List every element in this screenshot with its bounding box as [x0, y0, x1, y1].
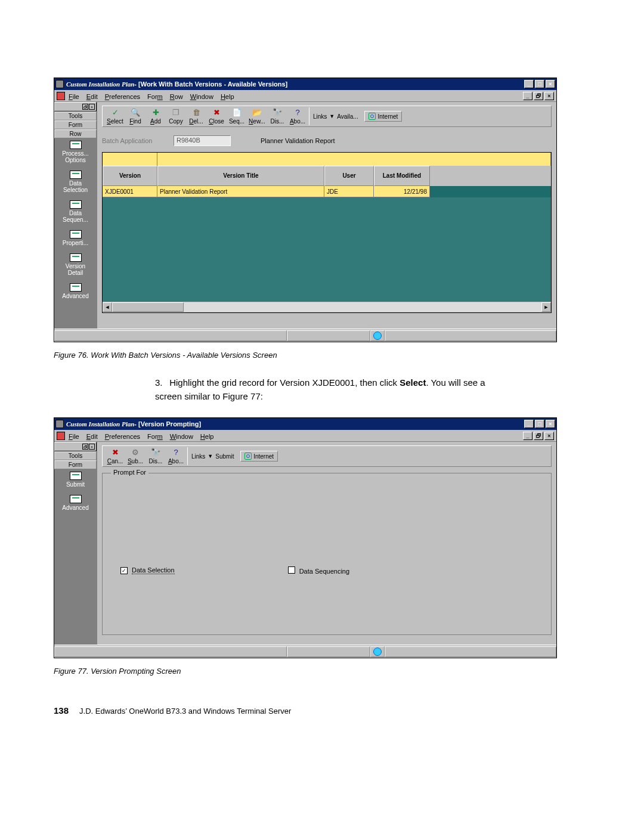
maximize-button[interactable]: □	[535, 420, 544, 428]
about-icon: ?	[293, 108, 302, 117]
cancel-icon: ✖	[110, 448, 120, 457]
menu-form[interactable]: Form	[147, 433, 163, 440]
about-button[interactable]: ?Abo...	[287, 108, 308, 125]
sidebar-item[interactable]: Process...Options	[54, 138, 97, 168]
sidebar-item[interactable]: DataSelection	[54, 168, 97, 198]
about-button[interactable]: ?Abo...	[166, 448, 186, 465]
data-selection-checkbox[interactable]: ✓ Data Selection	[120, 566, 175, 575]
links-dropdown-value[interactable]: Availa...	[337, 113, 358, 120]
sidebar-item[interactable]: VersionDetail	[54, 251, 97, 281]
horizontal-scrollbar[interactable]: ◄ ►	[103, 302, 551, 312]
menu-edit[interactable]: Edit	[86, 433, 98, 440]
delete-button[interactable]: 🗑Del...	[186, 108, 206, 125]
side-restore-icon[interactable]: 🗗	[82, 444, 88, 450]
add-button[interactable]: ✚Add	[145, 108, 166, 125]
select-icon: ✓	[110, 108, 120, 117]
titlebar[interactable]: Custom Installation Plan - [Version Prom…	[54, 418, 556, 430]
seq-label: Seq...	[227, 118, 247, 125]
sidebar-item[interactable]: DataSequen...	[54, 198, 97, 228]
menu-file[interactable]: File	[69, 433, 79, 440]
mdi-minimize-button[interactable]: _	[523, 432, 532, 440]
side-tab-form[interactable]: Form	[54, 120, 97, 129]
dis-button[interactable]: 🔭Dis...	[267, 108, 287, 125]
menu-preferences[interactable]: Preferences	[105, 433, 140, 440]
statusbar	[54, 645, 556, 658]
menu-edit[interactable]: Edit	[86, 93, 98, 100]
menu-preferences[interactable]: Preferences	[105, 93, 140, 100]
copy-button[interactable]: ❐Copy	[166, 108, 186, 125]
minimize-button[interactable]: _	[524, 420, 534, 428]
batch-app-label: Batch Application	[102, 137, 174, 144]
submit-button[interactable]: ⚙Sub...	[125, 448, 145, 465]
mdi-close-button[interactable]: ×	[544, 92, 554, 100]
seq-button[interactable]: 📄Seq...	[227, 108, 247, 125]
table-row[interactable]: XJDE0001 Planner Validation Report JDE 1…	[103, 186, 551, 197]
sidebar-item[interactable]: Advanced	[54, 281, 97, 304]
select-button[interactable]: ✓Select	[105, 108, 125, 125]
side-panel-header: 🗗 ×	[54, 102, 97, 112]
sidebar-item-icon	[70, 495, 82, 503]
versions-grid: Version Version Title User Last Modified…	[102, 152, 552, 313]
mdi-close-button[interactable]: ×	[544, 432, 554, 440]
minimize-button[interactable]: _	[524, 80, 534, 88]
side-close-icon[interactable]: ×	[89, 104, 95, 110]
data-sequencing-checkbox[interactable]: Data Sequencing	[288, 566, 349, 575]
mdi-restore-button[interactable]: 🗗	[534, 92, 543, 100]
col-last-modified-header[interactable]: Last Modified	[374, 166, 430, 186]
mdi-restore-button[interactable]: 🗗	[534, 432, 543, 440]
side-tab-tools[interactable]: Tools	[54, 112, 97, 120]
new-icon: 📂	[252, 108, 262, 117]
delete-icon: 🗑	[191, 108, 201, 117]
find-button[interactable]: 🔍Find	[125, 108, 145, 125]
step-number: 3.	[155, 376, 167, 390]
new-button[interactable]: 📂New...	[247, 108, 267, 125]
chevron-down-icon[interactable]: ▼	[329, 113, 335, 119]
cancel-button[interactable]: ✖Can...	[105, 448, 125, 465]
col-version-header[interactable]: Version	[103, 166, 157, 186]
menubar: FileEditPreferencesFormRowWindowHelp _ 🗗…	[54, 90, 556, 102]
maximize-button[interactable]: □	[535, 80, 544, 88]
close-button[interactable]: ×	[546, 80, 555, 88]
submit-icon: ⚙	[131, 448, 140, 457]
menu-window[interactable]: Window	[170, 433, 193, 440]
sidebar-item[interactable]: Submit	[54, 469, 97, 493]
scroll-right-icon[interactable]: ►	[541, 302, 551, 312]
close-button[interactable]: ✖Close	[206, 108, 227, 125]
side-tab-tools[interactable]: Tools	[54, 451, 97, 460]
batch-app-field[interactable]: R9840B	[174, 135, 231, 146]
titlebar[interactable]: Custom Installation Plan - [Work With Ba…	[54, 78, 556, 90]
side-tab-form[interactable]: Form	[54, 460, 97, 469]
menu-help[interactable]: Help	[221, 93, 234, 100]
internet-button[interactable]: Internet	[240, 451, 278, 462]
menu-help[interactable]: Help	[200, 433, 214, 440]
sidebar-item-label: DataSequen...	[54, 210, 97, 223]
about-label: Abo...	[287, 118, 308, 125]
scroll-thumb[interactable]	[112, 302, 184, 312]
side-restore-icon[interactable]: 🗗	[82, 104, 88, 110]
internet-button[interactable]: Internet	[364, 111, 402, 122]
globe-icon	[369, 113, 376, 120]
scroll-left-icon[interactable]: ◄	[103, 302, 112, 312]
globe-status-icon	[373, 648, 382, 656]
figure-caption-76: Figure 76. Work With Batch Versions - Av…	[54, 351, 590, 360]
col-user-header[interactable]: User	[324, 166, 374, 186]
links-dropdown-value[interactable]: Submit	[215, 453, 234, 460]
sidebar-item[interactable]: Advanced	[54, 493, 97, 516]
menu-window[interactable]: Window	[190, 93, 213, 100]
sidebar-item[interactable]: Properti...	[54, 228, 97, 251]
menu-file[interactable]: File	[69, 93, 79, 100]
cell-user: JDE	[324, 186, 374, 197]
menu-form[interactable]: Form	[147, 93, 163, 100]
side-tab-row[interactable]: Row	[54, 129, 97, 138]
prompt-for-groupbox: Prompt For ✓ Data Selection Data Sequenc…	[102, 473, 552, 635]
menubar: FileEditPreferencesFormWindowHelp _ 🗗 ×	[54, 430, 556, 442]
close-button[interactable]: ×	[546, 420, 555, 428]
side-close-icon[interactable]: ×	[89, 444, 95, 450]
dis-button[interactable]: 🔭Dis...	[145, 448, 166, 465]
chevron-down-icon[interactable]: ▼	[208, 453, 213, 459]
mdi-minimize-button[interactable]: _	[523, 92, 532, 100]
menu-row[interactable]: Row	[170, 93, 183, 100]
step-bold: Select	[400, 377, 426, 388]
col-version-title-header[interactable]: Version Title	[157, 166, 324, 186]
submit-label: Sub...	[125, 458, 145, 465]
